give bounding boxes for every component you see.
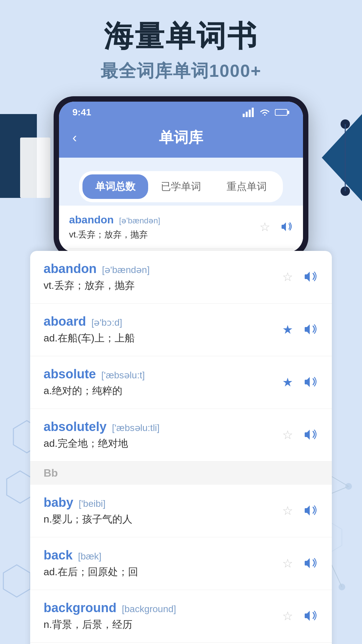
word-chinese: n.背景，后景，经历 — [44, 618, 280, 632]
word-info: abandon [ə'bændən] vt.丢弃；放弃，抛弃 — [69, 214, 257, 240]
sound-button[interactable] — [303, 375, 318, 389]
status-right — [243, 108, 290, 117]
word-phonetic: [ə'bændən] — [102, 264, 149, 275]
svg-rect-39 — [252, 108, 254, 117]
battery-icon — [275, 108, 290, 116]
list-item: abandon [ə'bændən] vt.丢弃；放弃，抛弃 ☆ — [30, 251, 332, 304]
phone-screen: 9:41 — [59, 102, 303, 252]
sound-button[interactable] — [303, 609, 318, 623]
section-header-b: Bb — [30, 462, 332, 485]
list-item: background [background] n.背景，后景，经历 ☆ — [30, 590, 332, 643]
word-english: background — [44, 601, 116, 615]
signal-icon — [243, 108, 255, 117]
word-info: absolutely ['æbsəlu:tli] ad.完全地；绝对地 — [44, 420, 280, 450]
word-chinese: ad.在后；回原处；回 — [44, 565, 280, 579]
list-item: absolute ['æbsəlu:t] a.绝对的；纯粹的 ★ — [30, 356, 332, 409]
svg-rect-38 — [249, 110, 251, 117]
word-list-panel: abandon [ə'bændən] vt.丢弃；放弃，抛弃 ☆ aboard … — [30, 251, 332, 644]
word-actions: ☆ — [257, 220, 293, 234]
phone-mockup: 9:41 — [54, 96, 308, 258]
tab-key[interactable]: 重点单词 — [214, 174, 280, 199]
list-item: aboard [ə'bɔ:d] ad.在船(车)上；上船 ★ — [30, 304, 332, 356]
word-actions: ☆ — [280, 428, 318, 442]
word-phonetic: [background] — [122, 604, 176, 614]
back-button[interactable]: ‹ — [72, 130, 77, 145]
list-item: absolutely ['æbsəlu:tli] ad.完全地；绝对地 ☆ — [30, 409, 332, 462]
word-actions: ★ — [280, 322, 318, 337]
section-letter: Bb — [44, 467, 58, 479]
star-button[interactable]: ☆ — [280, 609, 295, 624]
list-item: backward ['bækwəd] a.向后的；倒的 ad.倒 ☆ — [30, 643, 332, 644]
word-phonetic: [ə'bɔ:d] — [92, 317, 122, 328]
word-info: back [bæk] ad.在后；回原处；回 — [44, 548, 280, 579]
word-actions: ☆ — [280, 270, 318, 284]
word-info: absolute ['æbsəlu:t] a.绝对的；纯粹的 — [44, 367, 280, 398]
tab-learned[interactable]: 已学单词 — [148, 174, 214, 199]
svg-rect-36 — [243, 114, 245, 117]
word-actions: ☆ — [280, 556, 318, 571]
status-bar: 9:41 — [59, 102, 303, 121]
word-actions: ☆ — [280, 503, 318, 518]
word-info: background [background] n.背景，后景，经历 — [44, 601, 280, 632]
tab-bar: 单词总数 已学单词 重点单词 — [79, 171, 283, 202]
star-button[interactable]: ☆ — [280, 428, 295, 442]
wifi-icon — [259, 108, 271, 117]
sound-button[interactable] — [280, 221, 293, 233]
word-phonetic: ['æbsəlu:tli] — [112, 422, 160, 433]
sound-button[interactable] — [303, 270, 318, 284]
word-info: baby ['beibi] n.婴儿；孩子气的人 — [44, 495, 280, 526]
top-section: 海量单词书 最全词库单词1000+ — [0, 0, 362, 83]
header-title: 单词库 — [159, 128, 203, 148]
word-english: back — [44, 548, 73, 562]
word-chinese: n.婴儿；孩子气的人 — [44, 513, 280, 526]
status-time: 9:41 — [72, 107, 91, 118]
list-item: back [bæk] ad.在后；回原处；回 ☆ — [30, 537, 332, 590]
word-english: abandon — [44, 262, 97, 276]
star-button[interactable]: ★ — [280, 322, 295, 337]
word-actions: ★ — [280, 375, 318, 390]
star-button[interactable]: ☆ — [280, 503, 295, 518]
sub-title: 最全词库单词1000+ — [0, 59, 362, 83]
sound-button[interactable] — [303, 556, 318, 571]
word-chinese: a.绝对的；纯粹的 — [44, 384, 280, 398]
sound-button[interactable] — [303, 504, 318, 518]
word-english: absolute — [44, 367, 96, 381]
word-english: aboard — [44, 314, 86, 329]
app-header: ‹ 单词库 — [59, 121, 303, 158]
word-actions: ☆ — [280, 609, 318, 624]
word-phonetic: ['æbsəlu:t] — [101, 370, 145, 381]
word-info: abandon [ə'bændən] vt.丢弃；放弃，抛弃 — [44, 262, 280, 292]
star-button[interactable]: ★ — [280, 375, 295, 390]
word-phonetic: [bæk] — [78, 551, 102, 562]
tab-total[interactable]: 单词总数 — [82, 174, 148, 199]
svg-rect-41 — [288, 111, 289, 114]
list-item: baby ['beibi] n.婴儿；孩子气的人 ☆ — [30, 485, 332, 537]
word-chinese: vt.丢弃；放弃，抛弃 — [44, 279, 280, 292]
list-item: abandon [ə'bændən] vt.丢弃；放弃，抛弃 ☆ — [69, 206, 293, 249]
star-button[interactable]: ☆ — [280, 556, 295, 571]
word-info: aboard [ə'bɔ:d] ad.在船(车)上；上船 — [44, 314, 280, 345]
sound-button[interactable] — [303, 428, 318, 442]
star-button[interactable]: ☆ — [280, 270, 295, 284]
sound-button[interactable] — [303, 323, 318, 337]
word-phonetic: ['beibi] — [79, 498, 106, 509]
phone-mockup-wrapper: 9:41 — [0, 96, 362, 258]
word-english: baby — [44, 495, 73, 510]
svg-rect-37 — [246, 112, 248, 117]
svg-rect-42 — [276, 110, 287, 115]
word-chinese: ad.在船(车)上；上船 — [44, 331, 280, 345]
main-title: 海量单词书 — [0, 20, 362, 53]
word-chinese: ad.完全地；绝对地 — [44, 437, 280, 450]
phone-word-list: abandon [ə'bændən] vt.丢弃；放弃，抛弃 ☆ — [59, 206, 303, 252]
star-button[interactable]: ☆ — [257, 220, 272, 234]
word-english: absolutely — [44, 420, 107, 434]
